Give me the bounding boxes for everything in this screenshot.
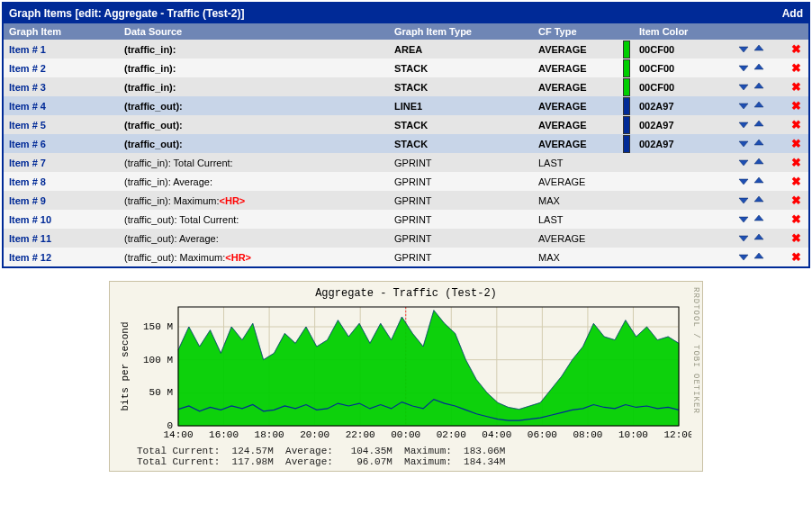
svg-marker-11 [754, 140, 763, 145]
table-row: Item # 3 (traffic_in): STACK AVERAGE 00C… [4, 77, 808, 96]
cf-type: AVERAGE [538, 63, 587, 74]
color-hex-label: 00CF00 [639, 63, 674, 74]
move-down-icon[interactable] [738, 138, 749, 149]
graph-item-type: LINE1 [394, 101, 422, 112]
move-up-icon[interactable] [753, 119, 764, 130]
data-source-text: (traffic_in): Average: [124, 176, 212, 187]
svg-marker-5 [754, 83, 763, 88]
move-down-icon[interactable] [738, 62, 749, 73]
delete-icon[interactable]: ✖ [791, 175, 801, 188]
hr-tag: <HR> [225, 252, 251, 263]
svg-marker-4 [739, 85, 748, 90]
svg-marker-20 [739, 236, 748, 241]
table-row: Item # 9 (traffic_in): Maximum:<HR> GPRI… [4, 191, 808, 210]
move-up-icon[interactable] [753, 176, 764, 186]
graph-item-link[interactable]: Item # 2 [9, 63, 46, 74]
delete-icon[interactable]: ✖ [791, 42, 801, 56]
move-up-icon[interactable] [753, 157, 764, 167]
svg-marker-17 [754, 196, 763, 202]
cf-type: AVERAGE [538, 233, 585, 244]
data-source-text: (traffic_in): Total Current: [124, 158, 233, 168]
cf-type: AVERAGE [538, 139, 587, 149]
move-down-icon[interactable] [738, 213, 749, 224]
svg-marker-1 [754, 45, 763, 50]
panel-header: Graph Items [edit: Aggregate - Traffic (… [4, 4, 808, 23]
graph-item-link[interactable]: Item # 1 [9, 44, 46, 55]
move-up-icon[interactable] [753, 213, 764, 224]
graph-item-link[interactable]: Item # 8 [9, 176, 46, 187]
graph-item-type: GPRINT [394, 252, 432, 263]
graph-item-link[interactable]: Item # 3 [9, 82, 46, 93]
move-down-icon[interactable] [738, 119, 749, 130]
graph-item-link[interactable]: Item # 7 [9, 158, 46, 168]
move-up-icon[interactable] [753, 232, 764, 243]
move-down-icon[interactable] [738, 232, 749, 243]
table-header-row: Graph Item Data Source Graph Item Type C… [4, 23, 808, 40]
delete-icon[interactable]: ✖ [791, 156, 801, 169]
delete-icon[interactable]: ✖ [791, 80, 801, 94]
col-color-swatch [623, 23, 634, 40]
panel-title: Graph Items [edit: Aggregate - Traffic (… [9, 7, 244, 20]
move-up-icon[interactable] [753, 62, 764, 73]
cf-type: LAST [538, 214, 564, 225]
svg-marker-14 [739, 179, 748, 185]
table-row: Item # 1 (traffic_in): AREA AVERAGE 00CF… [4, 40, 808, 59]
move-down-icon[interactable] [738, 43, 749, 54]
move-up-icon[interactable] [753, 138, 764, 149]
graph-item-link[interactable]: Item # 6 [9, 139, 46, 149]
move-up-icon[interactable] [753, 194, 764, 205]
move-down-icon[interactable] [738, 81, 749, 92]
svg-marker-22 [739, 255, 748, 260]
graph-items-table: Graph Item Data Source Graph Item Type C… [4, 23, 808, 266]
svg-marker-12 [739, 160, 748, 166]
data-source-text: (traffic_out): Maximum: [124, 252, 225, 263]
delete-icon[interactable]: ✖ [791, 137, 801, 150]
col-graph-item: Graph Item [4, 23, 119, 40]
add-button[interactable]: Add [782, 7, 803, 20]
chart-legend: Total Current: 124.57M Average: 104.35M … [115, 444, 697, 467]
move-down-icon[interactable] [738, 251, 749, 262]
svg-text:12:00: 12:00 [663, 429, 691, 440]
graph-item-link[interactable]: Item # 5 [9, 120, 46, 131]
graph-item-type: GPRINT [394, 233, 432, 244]
graph-item-type: GPRINT [394, 176, 432, 187]
move-up-icon[interactable] [753, 100, 764, 111]
chart-title: Aggregate - Traffic (Test-2) [115, 287, 697, 300]
rrdtool-credit: RRDTOOL / TOBI OETIKER [691, 287, 700, 414]
graph-item-type: STACK [394, 120, 428, 131]
graph-item-type: STACK [394, 82, 428, 93]
color-swatch [623, 135, 630, 153]
data-source-text: (traffic_in): [124, 63, 176, 74]
move-up-icon[interactable] [753, 81, 764, 92]
move-up-icon[interactable] [753, 251, 764, 262]
delete-icon[interactable]: ✖ [791, 250, 801, 264]
delete-icon[interactable]: ✖ [791, 61, 801, 75]
delete-icon[interactable]: ✖ [791, 99, 801, 113]
graph-item-link[interactable]: Item # 11 [9, 233, 51, 244]
data-source-text: (traffic_in): [124, 44, 176, 55]
graph-item-link[interactable]: Item # 12 [9, 252, 51, 263]
svg-text:bits per second: bits per second [120, 321, 131, 410]
move-down-icon[interactable] [738, 100, 749, 111]
delete-icon[interactable]: ✖ [791, 194, 801, 207]
svg-marker-16 [739, 198, 748, 203]
delete-icon[interactable]: ✖ [791, 118, 801, 131]
svg-text:10:00: 10:00 [618, 429, 648, 440]
graph-item-type: GPRINT [394, 195, 432, 206]
move-down-icon[interactable] [738, 176, 749, 186]
move-up-icon[interactable] [753, 43, 764, 54]
svg-marker-15 [754, 177, 763, 183]
cf-type: MAX [538, 252, 560, 263]
data-source-text: (traffic_out): [124, 139, 183, 149]
svg-text:50 M: 50 M [149, 387, 173, 398]
graph-item-link[interactable]: Item # 9 [9, 195, 46, 206]
move-down-icon[interactable] [738, 194, 749, 205]
svg-text:14:00: 14:00 [163, 429, 193, 440]
delete-icon[interactable]: ✖ [791, 231, 801, 245]
delete-icon[interactable]: ✖ [791, 212, 801, 226]
graph-item-link[interactable]: Item # 4 [9, 101, 46, 112]
move-down-icon[interactable] [738, 157, 749, 167]
svg-text:04:00: 04:00 [482, 429, 511, 440]
graph-item-link[interactable]: Item # 10 [9, 214, 51, 225]
color-swatch [623, 59, 630, 77]
